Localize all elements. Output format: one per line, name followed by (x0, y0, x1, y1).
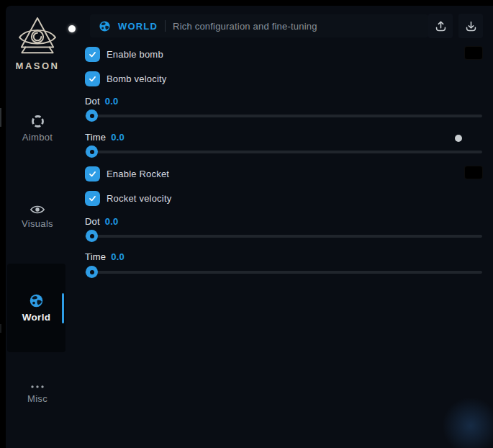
slider-bomb-time[interactable] (85, 145, 482, 158)
screen-edge-artifact (0, 108, 1, 127)
slider-value: 0.0 (105, 216, 119, 227)
eye-icon (30, 204, 45, 215)
import-config-button[interactable] (458, 14, 483, 38)
toggle-rocket-velocity[interactable]: Rocket velocity (85, 191, 171, 206)
mason-eye-pyramid-logo-icon (18, 16, 57, 58)
slider-name: Dot (85, 96, 100, 107)
checkbox[interactable] (85, 166, 100, 182)
slider-value: 0.0 (105, 96, 119, 107)
slider-thumb[interactable] (86, 230, 98, 242)
globe-icon (29, 293, 44, 308)
slider-thumb[interactable] (86, 145, 98, 158)
sidebar-item-aimbot[interactable]: Aimbot (9, 114, 66, 143)
slider-thumb[interactable] (86, 266, 98, 278)
download-icon (465, 20, 477, 32)
check-icon (88, 50, 97, 59)
crosshair-icon (30, 114, 45, 129)
globe-icon (99, 20, 111, 32)
slider-label-row: Time 0.0 (85, 131, 125, 143)
slider-bomb-dot[interactable] (85, 109, 482, 122)
sidebar-item-misc[interactable]: Misc (9, 383, 66, 404)
app-window: MASON Aimbot Visuals (6, 6, 493, 448)
upload-icon (435, 20, 447, 32)
toggle-label: Enable bomb (107, 49, 163, 60)
slider-value: 0.0 (111, 251, 125, 262)
brand-logo: MASON (6, 16, 69, 71)
ellipsis-icon (29, 383, 46, 390)
slider-thumb[interactable] (86, 109, 98, 122)
checkbox[interactable] (85, 191, 100, 206)
brand-name: MASON (6, 61, 69, 71)
check-icon (88, 74, 97, 84)
indicator-dot (68, 25, 76, 32)
toggle-enable-bomb[interactable]: Enable bomb (85, 47, 163, 62)
toggle-label: Enable Rocket (107, 169, 169, 179)
page-subtitle: Rich configuration and fine-tuning (173, 21, 317, 32)
slider-name: Time (85, 251, 106, 262)
toggle-label: Bomb velocity (107, 73, 167, 84)
export-config-button[interactable] (428, 14, 453, 38)
slider-track[interactable] (85, 151, 482, 153)
sidebar-item-label: Aimbot (22, 132, 53, 143)
check-icon (88, 169, 97, 179)
slider-name: Time (85, 132, 106, 143)
slider-label-row: Time 0.0 (85, 251, 125, 262)
slider-rocket-time[interactable] (85, 266, 482, 278)
sidebar-item-label: Misc (27, 393, 48, 404)
sidebar-item-label: Visuals (22, 218, 53, 229)
rocket-color-swatch[interactable] (464, 166, 483, 179)
slider-value: 0.0 (111, 132, 125, 143)
toggle-enable-rocket[interactable]: Enable Rocket (85, 166, 169, 182)
slider-label-row: Dot 0.0 (85, 215, 119, 227)
bomb-color-swatch[interactable] (464, 46, 483, 60)
slider-label-row: Dot 0.0 (85, 95, 119, 107)
sidebar-item-visuals[interactable]: Visuals (9, 204, 66, 229)
toggle-bomb-velocity[interactable]: Bomb velocity (85, 71, 167, 86)
checkbox[interactable] (85, 71, 100, 86)
cursor-dot (455, 135, 462, 142)
check-icon (88, 194, 97, 203)
slider-track[interactable] (85, 271, 482, 274)
sidebar-item-label: World (22, 312, 51, 323)
header-divider (165, 20, 166, 32)
slider-rocket-dot[interactable] (85, 230, 482, 242)
slider-track[interactable] (85, 235, 482, 238)
page-title: WORLD (118, 21, 158, 32)
screen-edge-artifact (0, 324, 1, 333)
active-tab-indicator (62, 293, 64, 323)
toggle-label: Rocket velocity (107, 193, 171, 204)
page-header: WORLD Rich configuration and fine-tuning (90, 14, 428, 37)
slider-track[interactable] (85, 115, 482, 117)
checkbox[interactable] (85, 47, 100, 62)
screen: MASON Aimbot Visuals (0, 0, 493, 448)
slider-name: Dot (85, 216, 100, 227)
sidebar-item-world[interactable]: World (7, 264, 65, 352)
